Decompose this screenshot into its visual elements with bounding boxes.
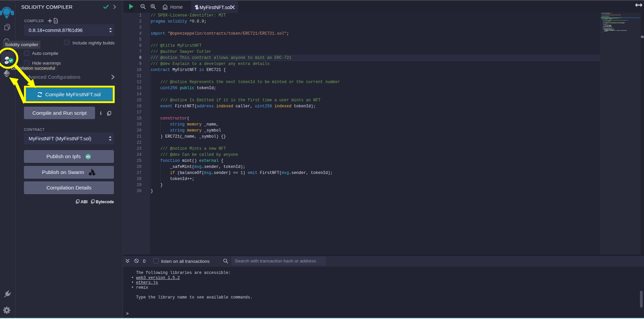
svg-text:IPFS: IPFS: [86, 155, 90, 157]
